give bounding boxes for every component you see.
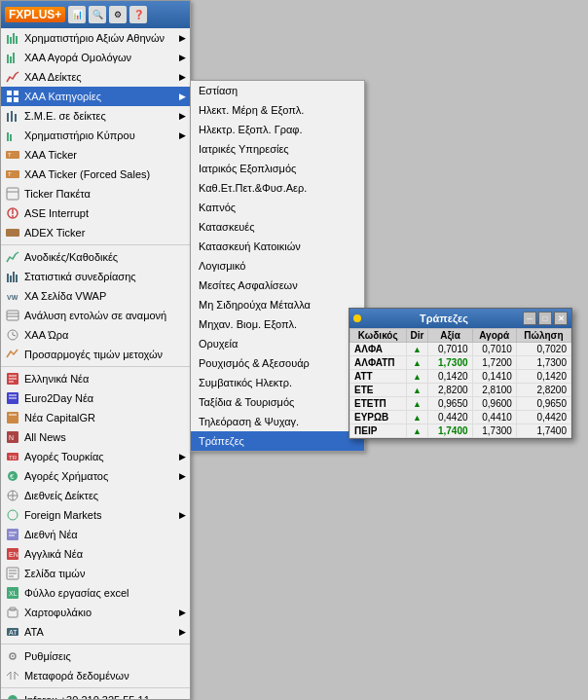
news-icon-3 bbox=[5, 410, 20, 425]
submenu-item-ilekt-meri[interactable]: Ηλεκτ. Μέρη & Εξοπλ. bbox=[191, 100, 364, 120]
submenu-label: Μεσίτες Ασφαλίσεων bbox=[199, 279, 298, 291]
menu-item-xaa-agora-omologon[interactable]: ΧΑΑ Αγορά Ομολόγων ▶ bbox=[1, 48, 190, 67]
menu-item-fyllo-ergasias[interactable]: XL Φύλλο εργασίας excel bbox=[1, 583, 190, 603]
submenu-arrow: ▶ bbox=[178, 53, 186, 62]
menu-label: Ανάλυση εντολών σε αναμονή bbox=[24, 310, 186, 321]
menu-item-xaa-ticker-forced[interactable]: T ΧΑΑ Ticker (Forced Sales) bbox=[1, 165, 190, 184]
menu-item-diethnis-deiktes[interactable]: Διεθνείς Δείκτες bbox=[1, 486, 190, 505]
menu-item-rythmiseis[interactable]: Ρυθμίσεις bbox=[1, 646, 190, 666]
submenu-item-trapezes[interactable]: Τράπεζες bbox=[191, 431, 364, 451]
submenu-label: Ταξίδια & Τουρισμός bbox=[199, 396, 294, 408]
submenu-label: Ιατρικός Εξοπλισμός bbox=[199, 163, 296, 174]
menu-item-euro2day[interactable]: Euro2Day Νέα bbox=[1, 388, 190, 408]
cell-code: ΑΛΦΑΤΠ bbox=[350, 356, 407, 370]
submenu-label: Τράπεζες bbox=[199, 435, 244, 447]
menu-item-ase-interrupt[interactable]: ASE Interrupt bbox=[1, 203, 190, 223]
menu-label: Αγορές Τουρκίας bbox=[24, 451, 178, 462]
header-icon-1[interactable]: 📊 bbox=[68, 6, 86, 23]
submenu-item-kataskeyes[interactable]: Κατασκευές bbox=[191, 217, 364, 237]
dir-arrow: ▲ bbox=[413, 386, 422, 395]
cell-polisi: 1,7300 bbox=[516, 356, 570, 370]
submenu-item-mixan[interactable]: Μηχαν. Βιομ. Εξοπλ. bbox=[191, 314, 364, 334]
submenu-item-iatrikos[interactable]: Ιατρικός Εξοπλισμός bbox=[191, 159, 364, 178]
submenu-item-mi-sidirouxa[interactable]: Μη Σιδηρούχα Μέταλλα bbox=[191, 295, 364, 314]
menu-item-all-news[interactable]: N All News bbox=[1, 427, 190, 447]
minimize-button[interactable]: ─ bbox=[523, 312, 536, 325]
svg-text:AT: AT bbox=[9, 629, 18, 636]
menu-item-statistika[interactable]: Στατιστικά συνεδρίασης bbox=[1, 267, 190, 286]
svg-rect-2 bbox=[13, 33, 15, 44]
submenu-arrow: ▶ bbox=[178, 627, 186, 637]
submenu-arrow: ▶ bbox=[178, 608, 186, 617]
svg-rect-8 bbox=[14, 91, 18, 95]
submenu-categories: Εστίαση Ηλεκτ. Μέρη & Εξοπλ. Ηλεκτρ. Εξο… bbox=[190, 80, 365, 452]
submenu-item-tilepikoinonia[interactable]: Τηλεόραση & Ψυχαγ. bbox=[191, 412, 364, 431]
submenu-item-kataskevi[interactable]: Κατασκευή Κατοικιών bbox=[191, 237, 364, 256]
menu-item-xaa-kategorias[interactable]: ΧΑΑ Κατηγορίες ▶ bbox=[1, 87, 190, 106]
menu-item-prosamogres[interactable]: Προσαρμογές τιμών μετοχών bbox=[1, 345, 190, 364]
menu-item-ticker-paketa[interactable]: Ticker Πακέτα bbox=[1, 184, 190, 203]
submenu-item-kath[interactable]: Καθ.Ετ.Πετ.&Φυσ.Αερ. bbox=[191, 178, 364, 198]
excel-icon: XL bbox=[5, 585, 20, 601]
submenu-item-logismiko[interactable]: Λογισμικό bbox=[191, 256, 364, 276]
submenu-arrow: ▶ bbox=[178, 471, 186, 481]
menu-item-adex-ticker[interactable]: ADEX Ticker bbox=[1, 223, 190, 242]
submenu-item-iatrikes[interactable]: Ιατρικές Υπηρεσίες bbox=[191, 139, 364, 159]
menu-item-nea-capitalGR[interactable]: Νέα CapitalGR bbox=[1, 408, 190, 427]
cell-agora: 1,7300 bbox=[472, 424, 516, 438]
menu-item-ellinika-nea[interactable]: Ελληνικά Νέα bbox=[1, 369, 190, 388]
submenu-item-rouxismos[interactable]: Ρουχισμός & Αξεσουάρ bbox=[191, 353, 364, 373]
menu-item-inforex[interactable]: i Inforex +30 210 325 55 11 bbox=[1, 690, 190, 700]
menu-item-anodikes[interactable]: Ανοδικές/Καθοδικές bbox=[1, 247, 190, 267]
menu-item-xaa-ticker[interactable]: T ΧΑΑ Ticker bbox=[1, 145, 190, 165]
svg-text:EN: EN bbox=[9, 551, 18, 558]
dir-arrow: ▲ bbox=[413, 358, 422, 368]
submenu-label: Συμβατικός Ηλεκτρ. bbox=[199, 377, 292, 388]
menu-label: ΧΑ Σελίδα VWAP bbox=[24, 290, 186, 302]
header-icon-3[interactable]: ⚙ bbox=[109, 6, 127, 23]
title-dot bbox=[353, 314, 361, 322]
submenu-item-taxidia[interactable]: Ταξίδια & Τουρισμός bbox=[191, 392, 364, 412]
menu-item-xrimatistirio-axion[interactable]: Χρηματιστήριο Αξιών Αθηνών ▶ bbox=[1, 28, 190, 48]
menu-item-analysi[interactable]: Ανάλυση εντολών σε αναμονή bbox=[1, 306, 190, 325]
restore-button[interactable]: □ bbox=[538, 312, 552, 325]
svg-point-72 bbox=[12, 655, 14, 657]
submenu-item-mesites[interactable]: Μεσίτες Ασφαλίσεων bbox=[191, 276, 364, 295]
cell-agora: 1,7200 bbox=[472, 356, 516, 370]
menu-item-xaa-deiktes[interactable]: ΧΑΑ Δείκτες ▶ bbox=[1, 67, 190, 87]
submenu-item-ilektr-exopl[interactable]: Ηλεκτρ. Εξοπλ. Γραφ. bbox=[191, 120, 364, 139]
submenu-item-estiation[interactable]: Εστίαση bbox=[191, 81, 364, 100]
menu-item-xa-selida-vwap[interactable]: VW ΧΑ Σελίδα VWAP bbox=[1, 286, 190, 306]
svg-rect-10 bbox=[14, 97, 18, 102]
menu-item-agores-xrimatos[interactable]: € Αγορές Χρήματος ▶ bbox=[1, 466, 190, 486]
menu-item-sme[interactable]: Σ.Μ.Ε. σε δείκτες ▶ bbox=[1, 106, 190, 126]
anodikes-icon bbox=[5, 249, 20, 265]
svg-rect-28 bbox=[13, 272, 15, 282]
menu-item-foreign-markets[interactable]: Foreign Markets ▶ bbox=[1, 505, 190, 525]
submenu-item-kapnos[interactable]: Καπνός bbox=[191, 198, 364, 217]
header-icon-4[interactable]: ❓ bbox=[129, 6, 147, 23]
menu-item-diethni-nea[interactable]: Διεθνή Νέα bbox=[1, 525, 190, 544]
menu-item-kyprou[interactable]: Χρηματιστήριο Κύπρου ▶ bbox=[1, 126, 190, 145]
menu-label: ΑΤΑ bbox=[24, 626, 178, 638]
menu-item-metafora[interactable]: Μεταφορά δεδομένων bbox=[1, 666, 190, 685]
cell-code: ΑΛΦΑ bbox=[350, 343, 407, 356]
submenu-label: Ιατρικές Υπηρεσίες bbox=[199, 143, 289, 155]
svg-rect-29 bbox=[16, 275, 18, 282]
submenu-item-symvatikos[interactable]: Συμβατικός Ηλεκτρ. bbox=[191, 373, 364, 392]
submenu-item-oryxeia[interactable]: Ορυχεία bbox=[191, 334, 364, 353]
menu-item-agglika-nea[interactable]: EN Αγγλικά Νέα bbox=[1, 544, 190, 564]
cell-code: ΠΕΙΡ bbox=[350, 424, 407, 438]
table-row: ΕΤΕ▲2,82002,81002,8200 bbox=[350, 384, 571, 397]
menu-item-xaa-ora[interactable]: ΧΑΑ Ώρα bbox=[1, 325, 190, 345]
close-button[interactable]: ✕ bbox=[554, 312, 568, 325]
header-icon-2[interactable]: 🔍 bbox=[89, 6, 106, 23]
menu-label: ASE Interrupt bbox=[24, 207, 186, 219]
cell-code: ΕΥΡΩΒ bbox=[350, 411, 407, 424]
menu-item-selida-timon[interactable]: Σελίδα τιμών bbox=[1, 564, 190, 583]
menu-item-agores-tourkias[interactable]: TR Αγορές Τουρκίας ▶ bbox=[1, 447, 190, 466]
menu-item-ata[interactable]: AT ΑΤΑ ▶ bbox=[1, 622, 190, 642]
submenu-label: Ρουχισμός & Αξεσουάρ bbox=[199, 357, 310, 369]
submenu-label: Καθ.Ετ.Πετ.&Φυσ.Αερ. bbox=[199, 182, 307, 194]
menu-item-xartofylakio[interactable]: Χαρτοφυλάκιο ▶ bbox=[1, 603, 190, 622]
